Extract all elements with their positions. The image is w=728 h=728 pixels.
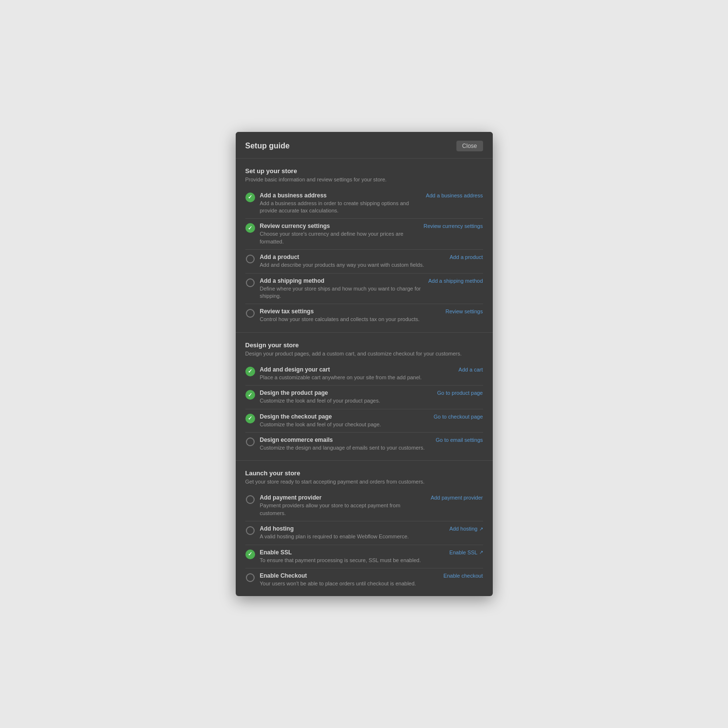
task-item-shipping-method: Add a shipping methodDefine where your s… (245, 274, 483, 305)
section-design: Design your storeDesign your product pag… (236, 333, 493, 461)
sections-container: Set up your storeProvide basic informati… (236, 159, 493, 597)
task-desc-enable-ssl: To ensure that payment processing is sec… (260, 557, 444, 564)
task-content-tax-settings: Review tax settingsControl how your stor… (260, 308, 440, 323)
task-desc-shipping-method: Define where your store ships and how mu… (260, 285, 422, 300)
task-item-ecommerce-emails: Design ecommerce emailsCustomize the des… (245, 433, 483, 455)
task-content-currency-settings: Review currency settingsChoose your stor… (260, 223, 418, 245)
task-content-checkout-page: Design the checkout pageCustomize the lo… (260, 413, 428, 428)
task-content-add-product: Add a productAdd and describe your produ… (260, 254, 444, 269)
section-title-setup: Set up your store (245, 167, 483, 175)
task-content-add-cart: Add and design your cartPlace a customiz… (260, 366, 453, 381)
task-desc-add-product: Add and describe your products any way y… (260, 261, 444, 269)
empty-circle-icon (246, 255, 255, 263)
task-content-business-address: Add a business addressAdd a business add… (260, 192, 421, 215)
task-item-add-product: Add a productAdd and describe your produ… (245, 250, 483, 273)
external-link-icon: ↗ (479, 526, 483, 532)
check-circle-icon (245, 414, 255, 423)
empty-circle-icon (246, 278, 255, 287)
check-circle-icon (245, 550, 255, 559)
task-action-enable-ssl[interactable]: Enable SSL↗ (449, 550, 483, 555)
check-circle-icon (245, 223, 255, 233)
task-action-tax-settings[interactable]: Review settings (445, 308, 483, 314)
task-title-enable-checkout: Enable Checkout (260, 572, 438, 579)
task-action-currency-settings[interactable]: Review currency settings (423, 223, 483, 229)
section-desc-setup: Provide basic information and review set… (245, 177, 483, 182)
empty-circle-icon (246, 495, 255, 504)
task-desc-tax-settings: Control how your store calculates and co… (260, 316, 440, 323)
task-desc-business-address: Add a business address in order to creat… (260, 200, 421, 215)
section-launch: Launch your storeGet your store ready to… (236, 461, 493, 596)
task-title-shipping-method: Add a shipping method (260, 277, 422, 284)
setup-guide-modal: Setup guide Close Set up your storeProvi… (236, 132, 493, 597)
task-title-checkout-page: Design the checkout page (260, 413, 428, 420)
empty-circle-icon (246, 526, 255, 535)
task-desc-add-hosting: A valid hosting plan is required to enab… (260, 533, 444, 540)
empty-circle-icon (246, 573, 255, 582)
task-title-tax-settings: Review tax settings (260, 308, 440, 315)
section-desc-launch: Get your store ready to start accepting … (245, 479, 483, 485)
task-action-business-address[interactable]: Add a business address (426, 193, 483, 198)
external-link-icon: ↗ (479, 550, 483, 555)
task-content-ecommerce-emails: Design ecommerce emailsCustomize the des… (260, 437, 430, 452)
task-title-payment-provider: Add payment provider (260, 494, 425, 501)
task-action-enable-checkout[interactable]: Enable checkout (443, 573, 483, 579)
task-title-ecommerce-emails: Design ecommerce emails (260, 437, 430, 443)
check-circle-icon (245, 193, 255, 202)
task-item-business-address: Add a business addressAdd a business add… (245, 188, 483, 219)
task-title-product-page: Design the product page (260, 389, 432, 396)
task-content-payment-provider: Add payment providerPayment providers al… (260, 494, 425, 517)
task-item-currency-settings: Review currency settingsChoose your stor… (245, 219, 483, 250)
task-title-add-cart: Add and design your cart (260, 366, 453, 373)
task-action-add-hosting[interactable]: Add hosting↗ (449, 526, 483, 532)
section-desc-design: Design your product pages, add a custom … (245, 351, 483, 356)
task-item-product-page: Design the product pageCustomize the loo… (245, 386, 483, 409)
task-action-ecommerce-emails[interactable]: Go to email settings (436, 437, 483, 443)
empty-circle-icon (246, 309, 255, 318)
task-desc-product-page: Customize the look and feel of your prod… (260, 397, 432, 404)
task-action-add-product[interactable]: Add a product (450, 254, 483, 260)
section-title-design: Design your store (245, 341, 483, 349)
task-desc-add-cart: Place a customizable cart anywhere on yo… (260, 374, 453, 381)
modal-title: Setup guide (245, 142, 290, 150)
modal-header: Setup guide Close (236, 132, 493, 159)
task-item-add-cart: Add and design your cartPlace a customiz… (245, 362, 483, 386)
task-content-enable-checkout: Enable CheckoutYour users won't be able … (260, 572, 438, 587)
task-desc-enable-checkout: Your users won't be able to place orders… (260, 580, 438, 587)
task-title-add-hosting: Add hosting (260, 525, 444, 532)
task-item-payment-provider: Add payment providerPayment providers al… (245, 490, 483, 521)
task-desc-ecommerce-emails: Customize the design and language of ema… (260, 444, 430, 452)
task-desc-checkout-page: Customize the look and feel of your chec… (260, 421, 428, 428)
check-circle-icon (245, 390, 255, 400)
task-content-product-page: Design the product pageCustomize the loo… (260, 389, 432, 404)
task-content-enable-ssl: Enable SSLTo ensure that payment process… (260, 549, 444, 564)
task-item-enable-ssl: Enable SSLTo ensure that payment process… (245, 545, 483, 568)
task-action-shipping-method[interactable]: Add a shipping method (428, 278, 483, 284)
task-content-shipping-method: Add a shipping methodDefine where your s… (260, 277, 422, 300)
task-desc-payment-provider: Payment providers allow your store to ac… (260, 502, 425, 517)
section-title-launch: Launch your store (245, 469, 483, 477)
section-setup: Set up your storeProvide basic informati… (236, 159, 493, 333)
task-item-checkout-page: Design the checkout pageCustomize the lo… (245, 409, 483, 433)
task-desc-currency-settings: Choose your store's currency and define … (260, 230, 418, 245)
task-action-add-cart[interactable]: Add a cart (458, 367, 483, 372)
task-title-currency-settings: Review currency settings (260, 223, 418, 229)
task-content-add-hosting: Add hostingA valid hosting plan is requi… (260, 525, 444, 540)
task-item-tax-settings: Review tax settingsControl how your stor… (245, 304, 483, 327)
task-item-enable-checkout: Enable CheckoutYour users won't be able … (245, 568, 483, 591)
task-item-add-hosting: Add hostingA valid hosting plan is requi… (245, 521, 483, 545)
check-circle-icon (245, 367, 255, 376)
task-title-enable-ssl: Enable SSL (260, 549, 444, 556)
task-action-payment-provider[interactable]: Add payment provider (431, 495, 483, 501)
task-title-business-address: Add a business address (260, 192, 421, 199)
close-button[interactable]: Close (456, 141, 483, 151)
task-action-checkout-page[interactable]: Go to checkout page (434, 414, 483, 420)
task-action-product-page[interactable]: Go to product page (437, 390, 483, 396)
task-title-add-product: Add a product (260, 254, 444, 260)
empty-circle-icon (246, 437, 255, 446)
